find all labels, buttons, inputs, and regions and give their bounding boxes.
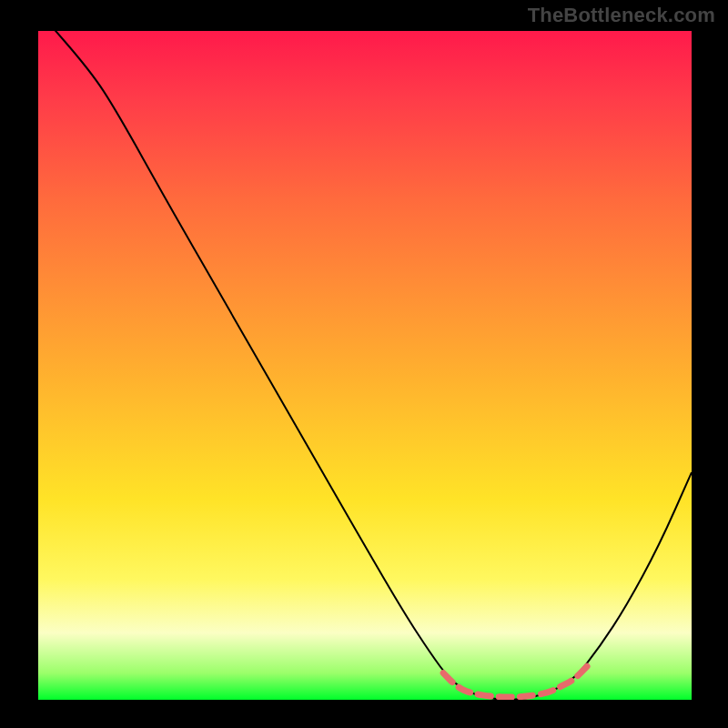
chart-svg: [38, 31, 692, 700]
chart-frame: TheBottleneck.com: [0, 0, 728, 728]
curve-main: [38, 31, 692, 700]
curve-highlight-band: [443, 666, 587, 697]
attribution-label: TheBottleneck.com: [528, 4, 715, 27]
